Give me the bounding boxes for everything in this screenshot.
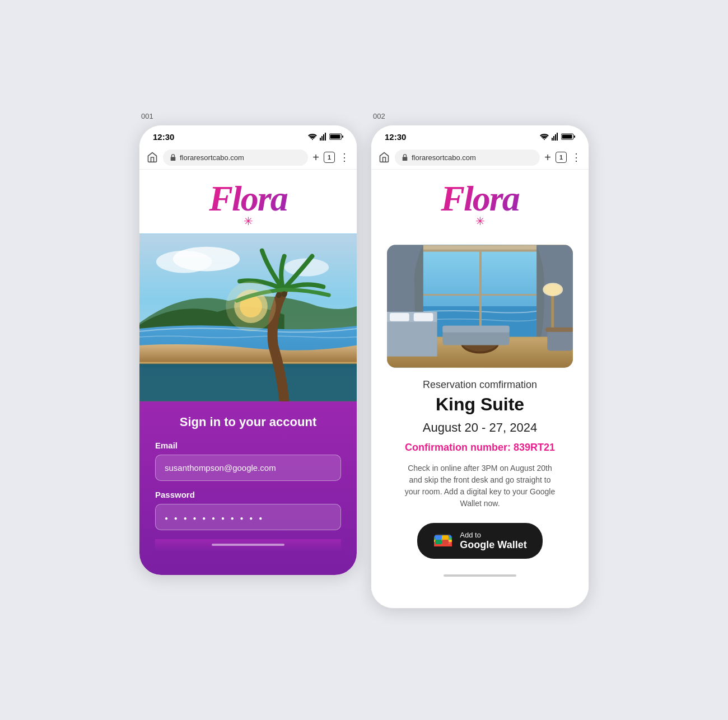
add-tab-icon-1[interactable]: + [312, 151, 319, 164]
svg-point-51 [544, 284, 561, 295]
screen-1-number: 001 [139, 112, 153, 120]
time-1: 12:30 [153, 132, 174, 142]
svg-rect-7 [342, 135, 343, 138]
svg-rect-62 [442, 535, 449, 540]
status-bar-2: 12:30 [371, 125, 589, 146]
svg-rect-3 [323, 134, 324, 141]
svg-rect-29 [403, 157, 408, 161]
home-icon-1[interactable] [146, 151, 158, 163]
svg-rect-48 [442, 325, 509, 332]
svg-rect-63 [442, 540, 449, 544]
svg-rect-2 [321, 136, 323, 141]
password-input[interactable]: ● ● ● ● ● ● ● ● ● ● ● [155, 504, 341, 530]
wallet-add-to-text: Add to [460, 531, 481, 539]
confirmation-body: Reservation comfirmation King Suite Augu… [371, 233, 589, 597]
tab-count-1[interactable]: 1 [324, 152, 335, 163]
home-indicator-1 [155, 539, 341, 553]
status-icons-1 [308, 133, 343, 141]
phone-2: 12:30 [371, 125, 589, 609]
home-indicator-2 [387, 570, 573, 583]
svg-rect-42 [390, 312, 409, 321]
browser-bar-1: floraresortcabo.com + 1 ⋮ [139, 146, 357, 170]
svg-point-18 [276, 292, 282, 298]
address-bar-1[interactable]: floraresortcabo.com [163, 149, 308, 166]
home-bar-2 [444, 574, 516, 577]
svg-point-19 [282, 291, 287, 297]
wallet-icon [433, 531, 453, 551]
svg-rect-25 [557, 133, 558, 141]
url-2: floraresortcabo.com [412, 153, 476, 162]
menu-icon-2[interactable]: ⋮ [571, 151, 582, 163]
confirmation-number: Confirmation number: 839RT21 [387, 442, 573, 453]
svg-rect-22 [552, 138, 553, 141]
screens-wrapper: 001 12:30 [139, 112, 589, 609]
reservation-label: Reservation comfirmation [387, 379, 573, 391]
svg-rect-61 [435, 540, 442, 544]
wifi-icon-1 [308, 133, 317, 140]
svg-rect-17 [139, 364, 357, 401]
battery-icon-2 [561, 133, 575, 140]
browser-actions-1: + 1 ⋮ [312, 151, 350, 164]
phone2-content: Flora ✳ [371, 170, 589, 608]
dates: August 20 - 27, 2024 [387, 420, 573, 435]
password-label: Password [155, 490, 341, 499]
checkin-text: Check in online after 3PM on August 20th… [402, 462, 558, 509]
svg-rect-27 [562, 135, 572, 139]
svg-rect-49 [551, 289, 554, 334]
svg-rect-6 [330, 135, 340, 139]
svg-point-21 [544, 139, 545, 140]
svg-rect-28 [574, 135, 575, 138]
signin-section: Sign in to your account Email Password ●… [139, 401, 357, 575]
email-label: Email [155, 441, 341, 450]
home-icon-2[interactable] [378, 151, 390, 163]
room-type: King Suite [387, 394, 573, 415]
google-wallet-button[interactable]: Add to Google Wallet [417, 523, 542, 559]
svg-rect-1 [320, 138, 321, 141]
lock-icon-1 [170, 154, 176, 161]
svg-point-11 [173, 246, 240, 271]
time-2: 12:30 [385, 132, 406, 142]
phone-1: 12:30 [139, 125, 357, 576]
svg-rect-44 [387, 321, 437, 356]
signal-icon-1 [320, 133, 326, 141]
logo-section-1: Flora ✳ [139, 170, 357, 233]
browser-actions-2: + 1 ⋮ [544, 151, 582, 164]
email-input[interactable] [155, 455, 341, 481]
url-1: floraresortcabo.com [180, 153, 244, 162]
status-icons-2 [540, 133, 575, 141]
logo-section-2: Flora ✳ [371, 170, 589, 233]
lock-icon-2 [402, 154, 408, 161]
svg-point-20 [226, 281, 276, 331]
svg-rect-35 [421, 294, 540, 296]
wifi-icon-2 [540, 133, 549, 140]
address-bar-2[interactable]: floraresortcabo.com [395, 149, 540, 166]
signal-icon-2 [552, 133, 558, 141]
room-scene [387, 245, 573, 368]
screen-2-number: 002 [371, 112, 385, 120]
hero-image-1 [139, 233, 357, 401]
password-dots: ● ● ● ● ● ● ● ● ● ● ● [165, 515, 264, 521]
home-bar-1 [212, 544, 284, 546]
wallet-google-text: Google Wallet [460, 539, 526, 551]
signin-title: Sign in to your account [155, 415, 341, 429]
flora-logo-2: Flora [441, 181, 519, 217]
browser-bar-2: floraresortcabo.com + 1 ⋮ [371, 146, 589, 170]
svg-rect-8 [171, 157, 176, 161]
svg-rect-24 [555, 134, 556, 141]
phone1-content: Flora ✳ [139, 170, 357, 575]
beach-scene [139, 233, 357, 401]
flora-asterisk-2: ✳ [475, 214, 485, 228]
flora-logo-1: Flora [209, 181, 287, 217]
status-bar-1: 12:30 [139, 125, 357, 146]
room-image [387, 245, 573, 368]
svg-rect-58 [434, 544, 452, 546]
svg-rect-53 [545, 327, 573, 331]
screen-2-container: 002 12:30 [371, 112, 589, 609]
svg-rect-23 [553, 136, 554, 141]
menu-icon-1[interactable]: ⋮ [339, 151, 350, 163]
screen-1-container: 001 12:30 [139, 112, 357, 576]
tab-count-2[interactable]: 1 [556, 152, 567, 163]
add-tab-icon-2[interactable]: + [544, 151, 551, 164]
svg-rect-4 [325, 133, 326, 141]
svg-rect-43 [414, 312, 433, 321]
